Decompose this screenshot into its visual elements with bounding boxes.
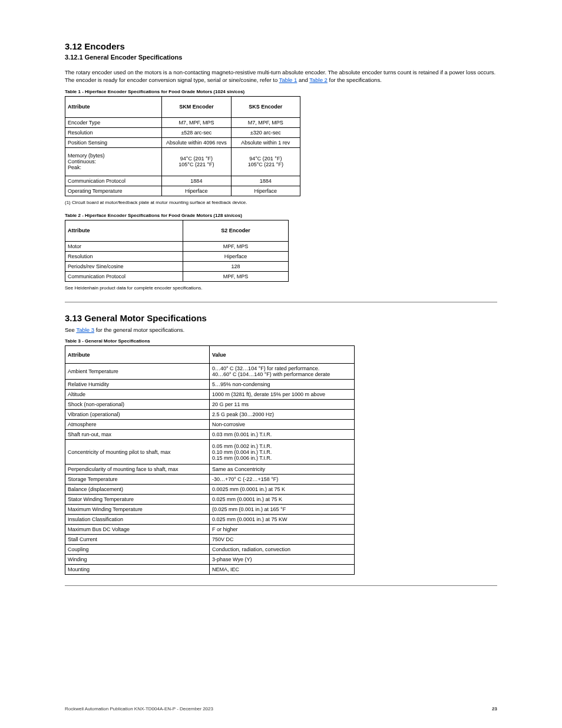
table2-caption: Table 2 - Hiperface Encoder Specificatio… [65,213,497,218]
table-row: Periods/rev Sine/cosine 128 [65,261,289,271]
sec2-intro: See Table 3 for the general motor specif… [65,327,497,334]
intro-link-2[interactable]: Table 2 [309,77,328,83]
table1-h0: Attribute [65,96,162,117]
table-row: Operating Temperature Hiperface Hiperfac… [65,186,300,196]
page-footer: Rockwell Automation Publication KNX-TD00… [0,706,562,711]
table-row: Maximum Bus DC VoltageF or higher [65,525,355,535]
table-row: Communication Protocol MPF, MPS [65,271,289,281]
table-row: Shaft run-out, max0.03 mm (0.001 in.) T.… [65,430,355,440]
footer-page-number: 23 [492,706,497,711]
table-row: CouplingConduction, radiation, convectio… [65,545,355,555]
table1: Attribute SKM Encoder SKS Encoder Encode… [65,96,300,196]
table1-footnote: (1) Circuit board at motor/feedback plat… [65,200,497,206]
table-row: Altitude1000 m (3281 ft), derate 15% per… [65,390,355,400]
divider-2 [65,585,497,586]
table-row: Storage Temperature-30…+70° C (-22…+158 … [65,475,355,485]
intro-paragraph: The rotary encoder used on the motors is… [65,69,497,84]
table1-h1: SKM Encoder [162,96,231,117]
footer-publication: Rockwell Automation Publication KNX-TD00… [65,706,213,711]
table1-caption: Table 1 - Hiperface Encoder Specificatio… [65,89,497,94]
table2-h1: S2 Encoder [183,220,289,241]
table-row: MountingNEMA, IEC [65,565,355,575]
intro-text-2: and [299,77,309,83]
table-row: Communication Protocol 1884 1884 [65,176,300,186]
intro-link-1[interactable]: Table 1 [279,77,297,83]
table-row: Concentricity of mounting pilot to shaft… [65,440,355,465]
table-row: Motor MPF, MPS [65,241,289,251]
table-row: Maximum Winding Temperature(0.025 mm (0.… [65,505,355,515]
divider [65,302,497,302]
table3: Attribute Value Ambient Temperature0…40°… [65,345,355,575]
table1-h2: SKS Encoder [231,96,300,117]
table2: Attribute S2 Encoder Motor MPF, MPS Reso… [65,220,289,282]
table3-caption: Table 3 - General Motor Specifications [65,338,497,344]
intro-text-3: for the specifications. [329,77,382,83]
table-row: Ambient Temperature0…40° C (32…104 °F) f… [65,364,355,380]
table-row: Encoder Type M7, MPF, MPS M7, MPF, MPS [65,117,300,127]
table2-footnote: See Heidenhain product data for complete… [65,285,497,291]
table-row: Resolution Hiperface [65,251,289,261]
table-row: Stall Current750V DC [65,535,355,545]
table-row: Resolution ±528 arc-sec ±320 arc-sec [65,127,300,137]
table-row: Relative Humidity5…95% non-condensing [65,380,355,390]
section-number-title: 3.12 Encoders [65,41,497,51]
section-heading-3-13: 3.13 General Motor Specifications [65,313,497,323]
table3-h0: Attribute [65,346,210,364]
table-row: Memory (bytes) Continuous: Peak: 94°C (2… [65,147,300,176]
table3-h1: Value [210,346,355,364]
page-content: 3.12 Encoders 3.12.1 General Encoder Spe… [65,41,497,586]
table-row: Perpendicularity of mounting face to sha… [65,465,355,475]
table-row: Position Sensing Absolute within 4096 re… [65,137,300,147]
table-row: Stator Winding Temperature0.025 mm (0.00… [65,495,355,505]
table2-h0: Attribute [65,220,183,241]
table-row: Winding3-phase Wye (Y) [65,555,355,565]
subsection-title: 3.12.1 General Encoder Specifications [65,54,497,61]
table-row: Shock (non-operational)20 G per 11 ms [65,400,355,410]
table-row: AtmosphereNon-corrosive [65,420,355,430]
table-row: Vibration (operational)2.5 G peak (30…20… [65,410,355,420]
table-row: Insulation Classification0.025 mm (0.000… [65,515,355,525]
table-row: Balance (displacement)0.0025 mm (0.0001 … [65,485,355,495]
sec2-link[interactable]: Table 3 [76,327,94,333]
